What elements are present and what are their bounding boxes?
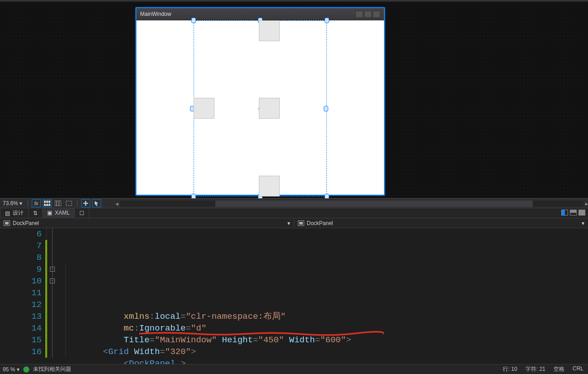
split-vertical-icon[interactable] — [561, 210, 568, 216]
tab-xaml[interactable]: ▣ XAML — [43, 208, 75, 218]
selection-icon[interactable] — [64, 199, 73, 207]
indent-guide — [46, 228, 47, 358]
grid-icon[interactable] — [43, 199, 52, 207]
line-number: 14 — [0, 322, 42, 334]
status-char[interactable]: 字符: 21 — [525, 365, 545, 373]
line-number: 13 — [0, 311, 42, 322]
svg-rect-5 — [49, 204, 50, 206]
dock-button-bottom[interactable] — [259, 176, 280, 197]
swap-panes-button[interactable]: ⇅ — [29, 208, 43, 218]
separator — [28, 200, 28, 206]
chevron-down-icon: ▾ — [19, 200, 22, 206]
fx-icon[interactable]: fx — [32, 199, 41, 207]
annotation-underline — [139, 331, 384, 336]
chevron-down-icon: ▾ — [582, 220, 584, 226]
svg-rect-3 — [44, 204, 46, 206]
breadcrumb-bar: DockPanel ▾ DockPanel ▾ — [0, 218, 588, 228]
design-canvas[interactable] — [136, 20, 384, 195]
swap-icon: ⇅ — [33, 210, 38, 216]
designer-area[interactable]: MainWindow — [0, 2, 588, 198]
line-number: 6 — [0, 228, 42, 240]
status-zoom[interactable]: 95 % ▾ — [3, 366, 19, 373]
svg-rect-0 — [44, 201, 46, 203]
designer-toolbar: 73.6% ▾ fx ◂ ▸ — [0, 198, 588, 208]
scroll-left-icon[interactable]: ◂ — [114, 201, 120, 207]
tab-label: 设计 — [13, 209, 24, 217]
scroll-thumb[interactable] — [215, 201, 533, 207]
code-line[interactable]: <Grid Width="320"> — [62, 346, 434, 358]
line-number-gutter: − − 678910111213141516 — [0, 228, 46, 367]
status-line[interactable]: 行: 10 — [503, 365, 517, 373]
line-number: 7 — [0, 240, 42, 252]
line-number: 8 — [0, 252, 42, 264]
status-spaces[interactable]: 空格 — [554, 365, 564, 373]
line-number: 12 — [0, 299, 42, 311]
pane-layout-toggles — [561, 210, 585, 216]
xaml-icon: ▣ — [47, 210, 52, 216]
selection-handle[interactable] — [325, 18, 329, 23]
svg-rect-2 — [49, 201, 50, 203]
editor-tab-bar: ▤ 设计 ⇅ ▣ XAML ☐ — [0, 208, 588, 218]
breadcrumb-text: DockPanel — [13, 220, 39, 226]
container-icon — [4, 221, 10, 226]
breadcrumb-member[interactable]: DockPanel ▾ — [294, 218, 588, 228]
cursor-icon[interactable] — [92, 199, 101, 207]
selection-handle[interactable] — [191, 18, 196, 23]
svg-rect-9 — [66, 201, 72, 206]
popout-button[interactable]: ☐ — [75, 208, 89, 218]
designer-hscrollbar[interactable]: ◂ ▸ — [120, 201, 583, 207]
indent-guide — [65, 264, 66, 358]
zoom-dropdown[interactable]: 73.6% ▾ — [3, 200, 24, 206]
chevron-down-icon: ▾ — [17, 366, 19, 373]
status-bar: 95 % ▾ 未找到相关问题 行: 10 字符: 21 空格 CRL — [0, 364, 588, 374]
status-crlf[interactable]: CRL — [573, 365, 583, 373]
design-icon: ▤ — [5, 210, 10, 216]
line-number: 11 — [0, 287, 42, 299]
container-icon — [298, 221, 304, 226]
minimize-icon[interactable] — [355, 11, 363, 18]
dock-button-left[interactable] — [194, 98, 214, 119]
svg-rect-1 — [46, 201, 48, 203]
svg-rect-6 — [55, 201, 61, 206]
breadcrumb-scope[interactable]: DockPanel ▾ — [0, 218, 294, 228]
status-ok-icon[interactable] — [23, 366, 29, 373]
tab-design[interactable]: ▤ 设计 — [0, 208, 29, 218]
breadcrumb-text: DockPanel — [307, 220, 333, 226]
code-area[interactable]: xmlns:local="clr-namespace:布局" mc:Ignora… — [46, 228, 434, 367]
move-icon[interactable] — [81, 199, 90, 207]
split-horizontal-icon[interactable] — [570, 210, 577, 216]
code-editor[interactable]: − − 678910111213141516 xmlns:local="clr-… — [0, 228, 588, 367]
maximize-icon[interactable] — [364, 11, 372, 18]
svg-rect-4 — [46, 204, 48, 206]
status-zoom-value: 95 % — [3, 366, 15, 373]
snap-icon[interactable] — [53, 199, 63, 207]
line-number: 10 — [0, 275, 42, 287]
selection-handle[interactable] — [324, 106, 328, 111]
tab-label: XAML — [55, 210, 70, 216]
separator — [77, 200, 78, 206]
code-line[interactable]: xmlns:local="clr-namespace:布局" — [62, 311, 434, 322]
chevron-down-icon: ▾ — [287, 220, 290, 226]
line-number: 9 — [0, 264, 42, 275]
dock-button-top[interactable] — [259, 20, 280, 41]
close-icon[interactable] — [373, 11, 380, 18]
status-issues[interactable]: 未找到相关问题 — [33, 365, 71, 373]
line-number: 16 — [0, 346, 42, 358]
line-number: 15 — [0, 334, 42, 346]
zoom-value: 73.6% — [3, 200, 18, 206]
popout-icon: ☐ — [79, 210, 84, 216]
dock-button-right[interactable] — [259, 98, 280, 119]
split-collapse-icon[interactable] — [578, 210, 585, 216]
design-window[interactable]: MainWindow — [136, 7, 385, 196]
scroll-right-icon[interactable]: ▸ — [583, 201, 588, 207]
design-window-title: MainWindow — [140, 11, 171, 17]
